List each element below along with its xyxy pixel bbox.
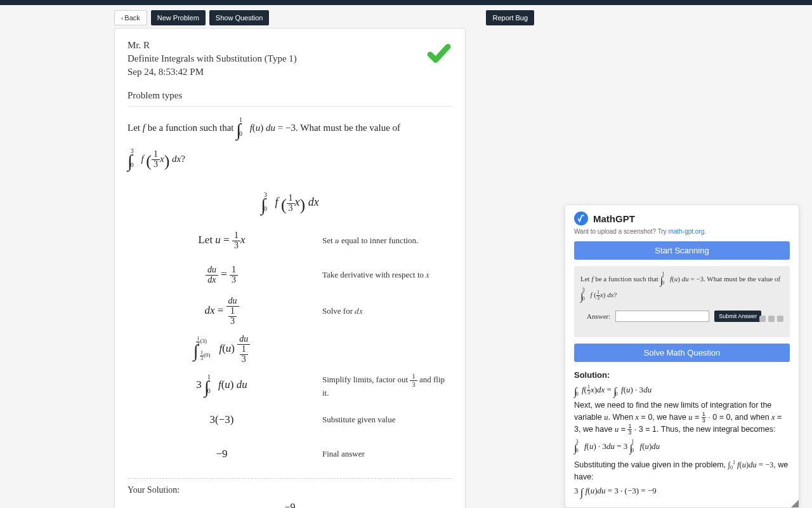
solution-text: Solution: ∫0 f(13x)dx = ∫0 f(u) · 3du Ne… (565, 364, 799, 507)
mathgpt-panel: MathGPT Want to upload a sceenshot? Try … (565, 204, 799, 508)
step-1: Let u = 13x Set 𝑢 equal to inner functio… (128, 228, 452, 253)
start-scanning-button[interactable]: Start Scanning (574, 241, 790, 260)
mathgpt-link[interactable]: math-gpt.org (669, 228, 705, 235)
back-label: Back (124, 14, 140, 22)
show-question-button[interactable]: Show Question (209, 10, 270, 25)
step-3: dx = du13 Solve for 𝑑𝑥 (128, 297, 452, 326)
divider (128, 478, 452, 479)
chevron-left-icon: ‹ (121, 15, 123, 22)
problem-topic: Definite Integrals with Substitution (Ty… (128, 53, 426, 64)
your-solution-value: −9 (128, 502, 452, 508)
solution-steps: Let u = 13x Set 𝑢 equal to inner functio… (128, 228, 452, 467)
step-2: dudx = 13 Take derivative with respect t… (128, 262, 452, 288)
panel-title: MathGPT (593, 213, 635, 224)
mathgpt-logo-icon (574, 211, 588, 225)
solve-question-button[interactable]: Solve Math Question (574, 344, 790, 362)
answer-label: Answer: (587, 312, 610, 320)
submit-answer-button[interactable]: Submit Answer (714, 311, 761, 322)
step-5: 3 ∫10 f(u) du Simplify limits, factor ou… (128, 373, 452, 398)
scanned-question-box: Let f be a function such that ∫10 f(u) d… (574, 266, 790, 337)
step-4: ∫13(3)13(0)f(u) du13 (128, 335, 452, 364)
teacher-name: Mr. R (128, 40, 426, 51)
problem-types-link[interactable]: Problem types (128, 90, 452, 107)
question-text: Let f be a function such that ∫10 f(u) d… (128, 114, 452, 176)
panel-subtitle: Want to upload a sceenshot? Try math-gpt… (565, 228, 799, 239)
correct-check-icon (426, 40, 452, 69)
step-7: −9 Final answer (128, 441, 452, 467)
report-bug-button[interactable]: Report Bug (486, 10, 534, 25)
app-topbar (0, 0, 812, 5)
main-expression: ∫30 f (13x) dx (128, 191, 452, 215)
resize-handle-icon[interactable] (791, 500, 799, 507)
back-button[interactable]: ‹Back (114, 10, 147, 25)
problem-card: Mr. R Definite Integrals with Substituti… (114, 28, 466, 508)
problem-date: Sep 24, 8:53:42 PM (128, 67, 426, 77)
solution-heading: Solution: (574, 370, 790, 382)
toolbar: ‹Back New Problem Show Question Report B… (0, 5, 812, 25)
new-problem-button[interactable]: New Problem (151, 10, 206, 25)
step-6: 3(−3) Substitute given value (128, 407, 452, 432)
your-solution-label: Your Solution: (128, 485, 452, 495)
answer-input[interactable] (615, 311, 709, 322)
box-action-icons[interactable] (759, 316, 783, 322)
